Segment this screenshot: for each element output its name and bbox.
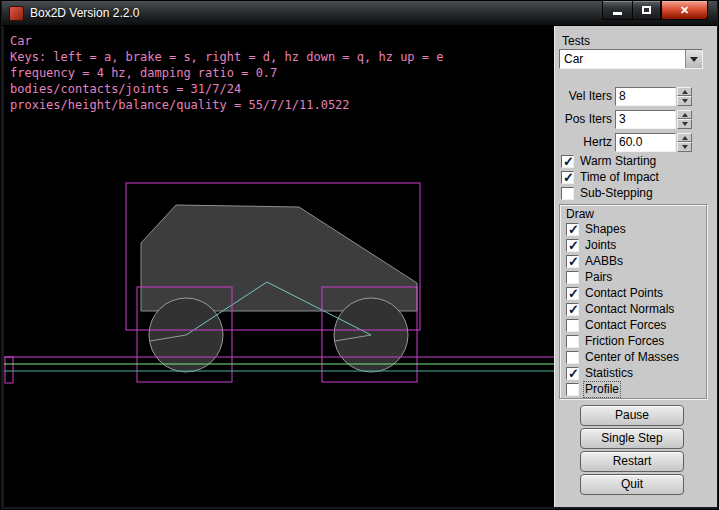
minimize-icon <box>613 12 622 15</box>
hertz-input[interactable]: 60.0 <box>615 133 676 152</box>
checkbox-box <box>566 319 579 332</box>
app-icon <box>9 6 24 21</box>
pos-iters-up-button[interactable] <box>677 110 692 119</box>
spinner-down-icon <box>682 145 688 149</box>
tests-dropdown[interactable]: Car <box>559 49 703 69</box>
vel-iters-input[interactable]: 8 <box>615 87 676 106</box>
quit-button[interactable]: Quit <box>580 474 684 495</box>
contact-normals-checkbox[interactable]: Contact Normals <box>566 302 674 317</box>
checkbox-box <box>566 367 579 380</box>
checkbox-label: Shapes <box>585 223 626 236</box>
contact-points-checkbox[interactable]: Contact Points <box>566 286 663 301</box>
checkbox-box <box>566 255 579 268</box>
checkbox-box <box>561 171 574 184</box>
pos-iters-input[interactable]: 3 <box>615 110 676 129</box>
pos-iters-spinner: Pos Iters 3 <box>555 110 695 129</box>
joints-checkbox[interactable]: Joints <box>566 238 616 253</box>
checkbox-box <box>561 155 574 168</box>
checkbox-box <box>566 287 579 300</box>
tests-dropdown-value: Car <box>560 50 685 68</box>
hud-frequency: frequency = 4 hz, damping ratio = 0.7 <box>10 65 443 81</box>
contact-forces-checkbox[interactable]: Contact Forces <box>566 318 666 333</box>
hud-keys: Keys: left = a, brake = s, right = d, hz… <box>10 49 443 65</box>
simulation-canvas[interactable]: Car Keys: left = a, brake = s, right = d… <box>4 26 554 507</box>
checkbox-box <box>566 335 579 348</box>
car-chassis <box>141 205 417 311</box>
hud-proxy-stats: proxies/height/balance/quality = 55/7/1/… <box>10 97 443 113</box>
chevron-down-icon <box>690 57 698 62</box>
hertz-label: Hertz <box>555 133 612 152</box>
app-window: Box2D Version 2.2.0 ✕ <box>0 0 719 510</box>
friction-forces-checkbox[interactable]: Friction Forces <box>566 334 664 349</box>
profile-checkbox[interactable]: Profile <box>566 382 619 397</box>
checkbox-box <box>566 223 579 236</box>
vel-iters-down-button[interactable] <box>677 96 692 106</box>
checkbox-box <box>566 303 579 316</box>
checkbox-label: Center of Masses <box>585 351 679 364</box>
ground-end-aabb <box>5 357 13 383</box>
vel-iters-label: Vel Iters <box>555 87 612 106</box>
window-controls: ✕ <box>602 1 708 20</box>
checkbox-label: Contact Normals <box>585 303 674 316</box>
checkbox-box <box>561 187 574 200</box>
spinner-up-icon <box>682 113 688 117</box>
checkbox-label: Statistics <box>585 367 633 380</box>
hertz-down-button[interactable] <box>677 142 692 152</box>
checkbox-box <box>566 271 579 284</box>
window-title: Box2D Version 2.2.0 <box>30 1 139 25</box>
checkbox-label: AABBs <box>585 255 623 268</box>
pos-iters-label: Pos Iters <box>555 110 612 129</box>
checkbox-label: Sub-Stepping <box>580 187 653 200</box>
close-button[interactable]: ✕ <box>661 1 708 20</box>
statistics-checkbox[interactable]: Statistics <box>566 366 633 381</box>
titlebar[interactable]: Box2D Version 2.2.0 ✕ <box>2 1 717 26</box>
checkbox-label: Time of Impact <box>580 171 659 184</box>
pos-iters-down-button[interactable] <box>677 119 692 129</box>
checkbox-box <box>566 351 579 364</box>
minimize-button[interactable] <box>602 1 632 20</box>
shapes-checkbox[interactable]: Shapes <box>566 222 626 237</box>
spinner-down-icon <box>682 122 688 126</box>
spinner-up-icon <box>682 136 688 140</box>
checkbox-box <box>566 239 579 252</box>
vel-iters-up-button[interactable] <box>677 87 692 96</box>
checkbox-label: Contact Forces <box>585 319 666 332</box>
maximize-button[interactable] <box>632 1 661 20</box>
debug-hud: Car Keys: left = a, brake = s, right = d… <box>10 33 443 113</box>
aabbs-checkbox[interactable]: AABBs <box>566 254 623 269</box>
checkbox-label: Warm Starting <box>580 155 656 168</box>
hud-test-name: Car <box>10 33 443 49</box>
checkbox-label: Joints <box>585 239 616 252</box>
hud-bodies-stats: bodies/contacts/joints = 31/7/24 <box>10 81 443 97</box>
checkbox-label: Contact Points <box>585 287 663 300</box>
restart-button[interactable]: Restart <box>580 451 684 472</box>
warm-starting-checkbox[interactable]: Warm Starting <box>561 154 656 169</box>
time-of-impact-checkbox[interactable]: Time of Impact <box>561 170 659 185</box>
tests-label: Tests <box>562 34 590 48</box>
close-icon: ✕ <box>680 2 689 19</box>
checkbox-label: Profile <box>585 383 619 396</box>
maximize-icon <box>642 6 651 14</box>
pairs-checkbox[interactable]: Pairs <box>566 270 612 285</box>
sub-stepping-checkbox[interactable]: Sub-Stepping <box>561 186 653 201</box>
center-of-masses-checkbox[interactable]: Center of Masses <box>566 350 679 365</box>
checkbox-label: Pairs <box>585 271 612 284</box>
spinner-up-icon <box>682 90 688 94</box>
draw-group-label: Draw <box>566 207 594 221</box>
tests-dropdown-button[interactable] <box>685 50 702 68</box>
control-panel: Tests Car Vel Iters 8 Pos Iters 3 H <box>554 26 717 507</box>
checkbox-label: Friction Forces <box>585 335 664 348</box>
single-step-button[interactable]: Single Step <box>580 428 684 449</box>
vel-iters-spinner: Vel Iters 8 <box>555 87 695 106</box>
checkbox-box <box>566 383 579 396</box>
hertz-spinner: Hertz 60.0 <box>555 133 695 152</box>
hertz-up-button[interactable] <box>677 133 692 142</box>
pause-button[interactable]: Pause <box>580 405 684 426</box>
draw-group: Draw Shapes Joints AABBs Pairs Contact P… <box>559 204 707 399</box>
spinner-down-icon <box>682 99 688 103</box>
